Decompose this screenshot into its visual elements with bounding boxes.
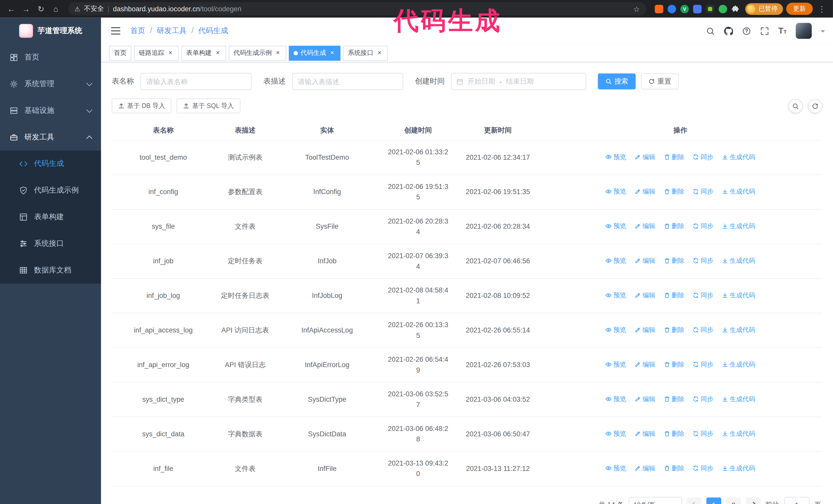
fullscreen-icon[interactable] <box>760 26 769 35</box>
github-icon[interactable] <box>724 26 733 35</box>
sync-link[interactable]: 同步 <box>693 325 713 335</box>
delete-link[interactable]: 删除 <box>664 394 684 405</box>
refresh-table-button[interactable] <box>808 99 822 113</box>
tab-close-icon[interactable]: × <box>275 49 281 56</box>
sync-link[interactable]: 同步 <box>693 221 713 232</box>
edit-link[interactable]: 编辑 <box>635 428 656 439</box>
tab[interactable]: 代码生成 × <box>289 45 340 60</box>
sync-link[interactable]: 同步 <box>693 290 713 301</box>
sidebar-item[interactable]: 研发工具 <box>0 124 101 151</box>
import-sql-button[interactable]: 基于 SQL 导入 <box>177 98 240 113</box>
tab[interactable]: 系统接口 × <box>343 45 388 60</box>
tab-close-icon[interactable]: × <box>167 49 174 56</box>
generate-code-link[interactable]: 生成代码 <box>722 325 755 335</box>
preview-link[interactable]: 预览 <box>605 221 626 232</box>
sidebar-subitem[interactable]: 数据库文档 <box>0 257 101 284</box>
table-name-input[interactable] <box>140 73 252 90</box>
sidebar-subitem[interactable]: 代码生成 <box>0 150 101 177</box>
user-avatar[interactable] <box>796 23 812 39</box>
tab[interactable]: 代码生成示例 × <box>229 45 286 60</box>
hamburger-icon[interactable] <box>109 24 122 37</box>
edit-link[interactable]: 编辑 <box>635 290 656 301</box>
search-icon[interactable] <box>706 26 715 35</box>
sidebar-subitem[interactable]: 系统接口 <box>0 231 101 257</box>
generate-code-link[interactable]: 生成代码 <box>722 221 755 232</box>
extension-icon-blue-drop[interactable] <box>668 5 676 13</box>
date-range-picker[interactable]: 开始日期 - 结束日期 <box>451 73 586 90</box>
chrome-menu-dots-icon[interactable]: ⋮ <box>816 4 828 14</box>
generate-code-link[interactable]: 生成代码 <box>722 359 755 370</box>
edit-link[interactable]: 编辑 <box>635 463 656 474</box>
preview-link[interactable]: 预览 <box>605 186 626 197</box>
help-icon[interactable] <box>742 26 751 35</box>
sidebar-item[interactable]: 系统管理 <box>0 71 101 97</box>
preview-link[interactable]: 预览 <box>605 428 626 439</box>
table-desc-input[interactable] <box>292 73 403 90</box>
edit-link[interactable]: 编辑 <box>635 394 656 405</box>
sync-link[interactable]: 同步 <box>693 255 713 266</box>
tab-close-icon[interactable]: × <box>376 49 383 56</box>
extension-icon-green-v[interactable] <box>680 5 689 13</box>
extension-icon-orange[interactable] <box>655 5 663 13</box>
generate-code-link[interactable]: 生成代码 <box>722 428 755 439</box>
delete-link[interactable]: 删除 <box>664 290 684 301</box>
sidebar-subitem[interactable]: 代码生成示例 <box>0 177 101 204</box>
delete-link[interactable]: 删除 <box>664 151 684 162</box>
breadcrumb-item[interactable]: 研发工具 <box>145 26 187 35</box>
delete-link[interactable]: 删除 <box>664 463 684 474</box>
reset-button[interactable]: 重置 <box>641 73 679 89</box>
generate-code-link[interactable]: 生成代码 <box>722 255 755 266</box>
edit-link[interactable]: 编辑 <box>635 221 656 232</box>
extension-icon-green[interactable] <box>719 5 727 13</box>
preview-link[interactable]: 预览 <box>605 151 626 162</box>
prev-page-button[interactable] <box>687 497 701 504</box>
home-icon[interactable]: ⌂ <box>50 4 62 13</box>
next-page-button[interactable] <box>746 497 761 504</box>
preview-link[interactable]: 预览 <box>605 463 626 474</box>
sidebar-subitem[interactable]: 表单构建 <box>0 204 101 231</box>
reload-icon[interactable]: ↻ <box>35 4 47 14</box>
page-number-button[interactable]: 2 <box>726 497 741 504</box>
tab-close-icon[interactable]: × <box>214 49 221 56</box>
edit-link[interactable]: 编辑 <box>635 255 656 266</box>
tab[interactable]: 链路追踪 × <box>134 45 178 60</box>
sidebar-logo[interactable]: 芋道管理系统 <box>0 18 101 44</box>
page-number-button[interactable]: 1 <box>706 497 721 504</box>
extension-icon-dark[interactable] <box>706 5 714 13</box>
sidebar-item[interactable]: 首页 <box>0 44 101 71</box>
search-button[interactable]: 搜索 <box>598 73 636 89</box>
breadcrumb-item[interactable]: 首页 <box>130 26 145 35</box>
edit-link[interactable]: 编辑 <box>635 151 656 162</box>
tab[interactable]: 首页 × <box>109 45 131 60</box>
preview-link[interactable]: 预览 <box>605 325 626 335</box>
sync-link[interactable]: 同步 <box>693 428 713 439</box>
forward-icon[interactable]: → <box>20 4 32 13</box>
sync-link[interactable]: 同步 <box>693 394 713 405</box>
preview-link[interactable]: 预览 <box>605 290 626 301</box>
bookmark-star-icon[interactable]: ☆ <box>633 5 640 13</box>
edit-link[interactable]: 编辑 <box>635 186 656 197</box>
edit-link[interactable]: 编辑 <box>635 325 656 335</box>
sync-link[interactable]: 同步 <box>693 463 713 474</box>
delete-link[interactable]: 删除 <box>664 186 684 197</box>
address-bar[interactable]: ⚠ 不安全 | dashboard.yudao.iocoder.cn/tool/… <box>68 2 646 16</box>
extension-icon-blue[interactable] <box>693 5 701 13</box>
font-size-icon[interactable]: TT <box>778 26 787 35</box>
delete-link[interactable]: 删除 <box>664 255 684 266</box>
generate-code-link[interactable]: 生成代码 <box>722 463 755 474</box>
preview-link[interactable]: 预览 <box>605 359 626 370</box>
generate-code-link[interactable]: 生成代码 <box>722 290 755 301</box>
sidebar-item[interactable]: 基础设施 <box>0 97 101 124</box>
generate-code-link[interactable]: 生成代码 <box>722 394 755 405</box>
extensions-puzzle-icon[interactable] <box>732 5 740 13</box>
avatar-caret-down-icon[interactable] <box>821 30 825 34</box>
breadcrumb-item[interactable]: 代码生成 <box>187 26 228 35</box>
sync-link[interactable]: 同步 <box>693 186 713 197</box>
preview-link[interactable]: 预览 <box>605 255 626 266</box>
import-db-button[interactable]: 基于 DB 导入 <box>112 98 171 113</box>
generate-code-link[interactable]: 生成代码 <box>722 186 755 197</box>
tab[interactable]: 表单构建 × <box>182 45 226 60</box>
preview-link[interactable]: 预览 <box>605 394 626 405</box>
back-icon[interactable]: ← <box>5 4 17 13</box>
delete-link[interactable]: 删除 <box>664 359 684 370</box>
